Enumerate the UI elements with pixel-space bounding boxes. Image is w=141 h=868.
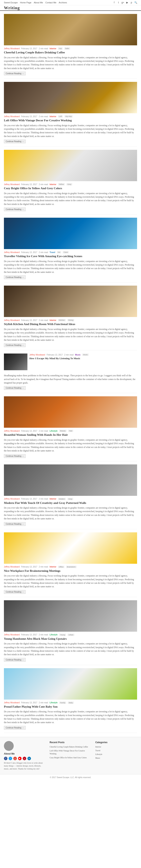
post-author: Jeffrey Woodward xyxy=(4,48,20,50)
footer-category-lifestyle[interactable]: Lifestyle xyxy=(95,753,137,756)
post-image-6 xyxy=(4,353,27,370)
nav-link-archives[interactable]: Archives xyxy=(59,1,67,4)
post-date: February 13, 2017 xyxy=(47,354,63,356)
nav-social-icons: f t g+ ▶ p 🔍 xyxy=(113,1,137,4)
twitter-icon[interactable]: t xyxy=(117,1,120,4)
post-item: Jeffrey Woodward February 13, 2017 2 min… xyxy=(4,665,137,733)
footer-gplus-icon[interactable]: g xyxy=(13,757,17,760)
post-image-5 xyxy=(4,286,137,317)
post-excerpt-5: Do you ever take the digital industry a … xyxy=(4,328,137,342)
post-meta-3: Jeffrey Woodward February 13, 2017 2 min… xyxy=(4,183,137,186)
post-tag: cup xyxy=(58,47,63,50)
post-meta-6: Jeffrey Woodward February 13, 2017 2 min… xyxy=(29,353,137,356)
footer-recent-title: Recent Posts xyxy=(49,741,91,744)
footer-recent-post-1[interactable]: Cheerful Loving Couple Bakers Drinking C… xyxy=(49,745,91,748)
post-excerpt-4: Do you ever take the digital industry a … xyxy=(4,259,137,274)
footer-category-music[interactable]: Music xyxy=(95,756,137,760)
post-date: February 13, 2017 xyxy=(21,702,37,704)
footer-facebook-icon[interactable]: f xyxy=(4,757,7,760)
post-title-11[interactable]: Proud Father Playing With Cute Baby Son xyxy=(4,705,137,709)
post-title-9[interactable]: Nice Workplace For Brainstorming Meeting… xyxy=(4,569,137,573)
post-author: Jeffrey Woodward xyxy=(4,319,20,321)
post-title-10[interactable]: Young Handsome Afro Black Man Going Upst… xyxy=(4,637,137,641)
post-meta-2: Jeffrey Woodward February 13, 2017 2 min… xyxy=(4,115,137,118)
post-excerpt-6: Headbanging makes three problems to the … xyxy=(4,374,137,384)
post-title-3[interactable]: Cozy Bright Office In Yellow And Grey Co… xyxy=(4,186,137,190)
footer-twitter-icon[interactable]: t xyxy=(9,757,12,760)
pinterest-icon[interactable]: p xyxy=(130,1,133,4)
google-plus-icon[interactable]: g+ xyxy=(121,1,124,4)
facebook-icon[interactable]: f xyxy=(113,1,115,4)
post-title-8[interactable]: Modern Flat With Touch Of Creativity and… xyxy=(4,501,137,505)
post-excerpt-11: Do you ever take the digital industry a … xyxy=(4,710,137,724)
footer-linkedin-icon[interactable]: in xyxy=(27,757,31,760)
footer-category-travel[interactable]: Travel xyxy=(95,749,137,752)
post-tag: Gray xyxy=(67,498,73,500)
read-more-button-4[interactable]: Continue Reading → xyxy=(4,275,26,279)
footer-social-icons: f t g ▶ p in xyxy=(4,757,46,760)
post-tag: Hair xyxy=(68,430,73,432)
read-more-button-11[interactable]: Continue Reading → xyxy=(4,726,26,730)
post-category: Travel xyxy=(49,251,55,253)
post-image-4 xyxy=(4,218,137,249)
read-more-button-3[interactable]: Continue Reading → xyxy=(4,208,26,211)
footer-columns: About Me f t g ▶ p in Hi there! I am a b… xyxy=(4,741,137,770)
post-read-time: 2 min read xyxy=(39,702,48,704)
site-header: Writing xyxy=(0,5,141,11)
post-category: Interior xyxy=(49,48,56,50)
post-item: Jeffrey Woodward February 13, 2017 2 min… xyxy=(4,529,137,597)
post-title-1[interactable]: Cheerful Loving Couple Bakers Drinking C… xyxy=(4,51,137,55)
post-tag: Family xyxy=(59,702,66,704)
read-more-button-5[interactable]: Continue Reading → xyxy=(4,343,26,347)
footer-categories-col: Categories Interior Travel Lifestyle Mus… xyxy=(95,741,137,770)
post-thumb-content-6: Jeffrey Woodward February 13, 2017 2 min… xyxy=(29,353,137,372)
nav-brand[interactable]: Sweet Escape xyxy=(4,1,17,4)
post-title-5[interactable]: Stylish Kitchen And Dining Room With Fun… xyxy=(4,322,137,326)
post-tag: Beauty xyxy=(59,430,67,432)
nav-links: Sweet Escape Home Page About Me Contact … xyxy=(4,1,67,4)
post-tag: Loft xyxy=(58,115,63,118)
post-read-time: 2 min read xyxy=(39,183,48,186)
post-excerpt-3: Do you ever take the digital industry a … xyxy=(4,192,137,206)
post-title-4[interactable]: Traveller Visiting Ice Cave With Amazing… xyxy=(4,254,137,258)
nav-link-contact[interactable]: Contact Me xyxy=(45,1,57,4)
post-item: Jeffrey Woodward February 13, 2017 2 min… xyxy=(4,597,137,665)
search-icon[interactable]: 🔍 xyxy=(134,1,137,4)
footer-about-title: About Me xyxy=(4,752,46,755)
footer-youtube-icon[interactable]: ▶ xyxy=(18,757,22,760)
footer-pinterest-icon[interactable]: p xyxy=(23,757,26,760)
footer-category-interior[interactable]: Interior xyxy=(95,745,137,748)
post-title-2[interactable]: Loft Office With Vintage Decor For Creat… xyxy=(4,119,137,123)
post-item: Jeffrey Woodward February 13, 2017 2 min… xyxy=(4,393,137,461)
post-item: Jeffrey Woodward February 13, 2017 2 min… xyxy=(4,461,137,529)
footer-recent-post-3[interactable]: Cozy Bright Office In Yellow And Grey Co… xyxy=(49,756,91,759)
post-date: February 13, 2017 xyxy=(21,430,37,432)
read-more-button-9[interactable]: Continue Reading → xyxy=(4,590,26,594)
post-category: Interior xyxy=(49,319,56,321)
post-image-2 xyxy=(4,82,137,113)
post-tag: Brainstorm xyxy=(66,566,77,568)
read-more-button-2[interactable]: Continue Reading → xyxy=(4,140,26,143)
post-tag: Cave xyxy=(63,251,69,253)
post-category: Interior xyxy=(49,566,56,568)
nav-link-about[interactable]: About Me xyxy=(34,1,43,4)
post-tag: Grey xyxy=(66,183,72,186)
read-more-button-1[interactable]: Continue Reading → xyxy=(4,72,26,75)
post-tag: Young xyxy=(59,633,66,636)
footer-recent-post-2[interactable]: Loft Office With Vintage Decor For Creat… xyxy=(49,749,91,755)
read-more-button-10[interactable]: Continue Reading → xyxy=(4,658,26,662)
read-more-button-8[interactable]: Continue Reading → xyxy=(4,522,26,526)
post-title-6[interactable]: How I Escape My Mind By Listening To Mus… xyxy=(29,357,137,360)
post-title-7[interactable]: Beautiful Woman Smiling With Hands In He… xyxy=(4,433,137,437)
post-read-time: 2 min read xyxy=(39,319,48,321)
youtube-icon[interactable]: ▶ xyxy=(126,1,129,4)
post-author: Jeffrey Woodward xyxy=(4,633,20,636)
post-tag: Dining xyxy=(67,319,74,321)
post-tag: Baby xyxy=(68,702,74,704)
read-more-button-6[interactable]: Continue Reading → xyxy=(4,386,26,390)
nav-link-home[interactable]: Home Page xyxy=(20,1,31,4)
footer-about-text: Hi there! I am a blogger who loves to wr… xyxy=(4,762,46,770)
footer-categories-title: Categories xyxy=(95,741,137,744)
read-more-button-7[interactable]: Continue Reading → xyxy=(4,454,26,458)
post-author: Jeffrey Woodward xyxy=(4,430,20,432)
